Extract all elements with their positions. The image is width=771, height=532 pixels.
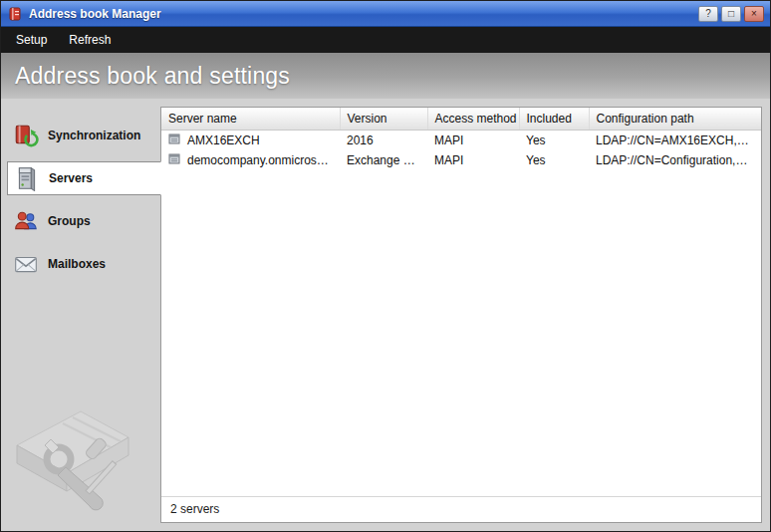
maximize-button[interactable]: □ (721, 6, 741, 22)
cell-version: Exchange Online (340, 150, 427, 170)
column-header-version[interactable]: Version (340, 108, 427, 131)
cell-included: Yes (519, 150, 589, 170)
close-button[interactable]: × (744, 6, 764, 22)
title-bar[interactable]: Address book Manager ? □ × (1, 1, 770, 27)
column-header-server-name[interactable]: Server name (161, 108, 340, 131)
column-header-configuration-path[interactable]: Configuration path (589, 108, 761, 131)
table-row[interactable]: democompany.onmicrosoft.com Exchange Onl… (161, 150, 761, 170)
page-title: Address book and settings (15, 63, 290, 90)
cell-server-name: AMX16EXCH (161, 131, 340, 150)
servers-table-wrap: Server name Version Access method Includ… (161, 108, 761, 496)
column-header-access-method[interactable]: Access method (427, 108, 519, 131)
content-area: Synchronization Servers (1, 99, 770, 531)
sidebar-item-servers[interactable]: Servers (7, 161, 161, 195)
server-row-icon (168, 153, 182, 165)
sidebar-item-label: Servers (49, 171, 93, 185)
menu-setup[interactable]: Setup (5, 28, 58, 52)
table-header-row: Server name Version Access method Includ… (161, 108, 761, 131)
cell-version: 2016 (340, 131, 427, 150)
sidebar-item-label: Groups (48, 214, 91, 228)
watermark-tools-graphic (3, 376, 150, 523)
banner: Address book and settings (1, 53, 770, 99)
cell-configuration-path: LDAP://CN=Configuration,C... (589, 150, 761, 170)
mailboxes-icon (13, 251, 39, 277)
cell-access-method: MAPI (427, 131, 519, 150)
sidebar-item-mailboxes[interactable]: Mailboxes (7, 247, 160, 281)
sidebar: Synchronization Servers (1, 107, 160, 523)
menu-bar: Setup Refresh (1, 27, 770, 53)
server-row-icon (168, 133, 182, 145)
cell-included: Yes (519, 131, 589, 150)
servers-table: Server name Version Access method Includ… (161, 108, 761, 170)
cell-access-method: MAPI (427, 150, 519, 170)
status-text: 2 servers (170, 502, 219, 516)
synchronization-icon (13, 123, 39, 148)
status-bar: 2 servers (161, 496, 761, 522)
sidebar-item-synchronization[interactable]: Synchronization (7, 119, 160, 152)
window-title: Address book Manager (29, 7, 692, 21)
help-button[interactable]: ? (698, 6, 718, 22)
servers-icon (14, 165, 40, 191)
cell-server-name: democompany.onmicrosoft.com (161, 150, 340, 170)
column-header-included[interactable]: Included (519, 108, 589, 131)
sidebar-item-label: Mailboxes (48, 257, 106, 271)
menu-refresh[interactable]: Refresh (58, 28, 122, 52)
sidebar-item-label: Synchronization (48, 129, 140, 142)
table-row[interactable]: AMX16EXCH 2016 MAPI Yes LDAP://CN=AMX16E… (161, 131, 761, 150)
cell-configuration-path: LDAP://CN=AMX16EXCH,CN... (589, 131, 761, 150)
window-controls: ? □ × (698, 6, 764, 22)
app-window: Address book Manager ? □ × Setup Refresh… (0, 0, 771, 532)
sidebar-item-groups[interactable]: Groups (7, 204, 160, 238)
main-panel: Server name Version Access method Includ… (160, 107, 762, 523)
groups-icon (13, 208, 39, 234)
app-icon (7, 6, 23, 22)
